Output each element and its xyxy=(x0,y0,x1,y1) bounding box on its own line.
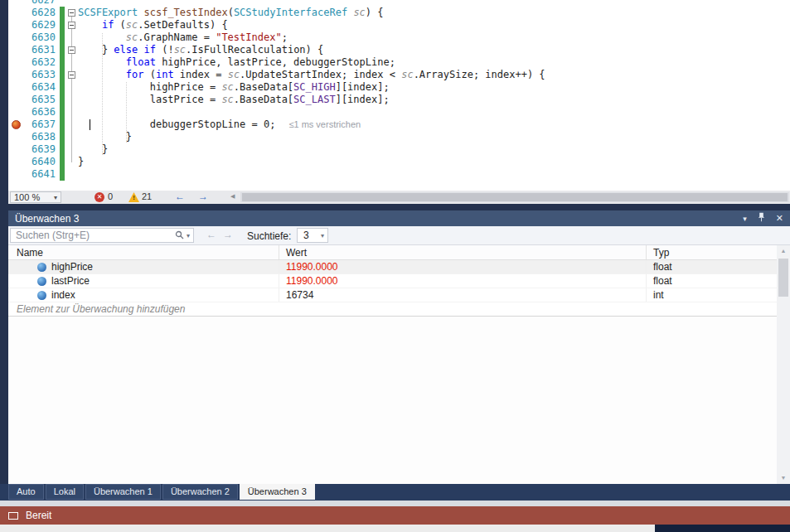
watch-window-titlebar[interactable]: Überwachen 3 ▾ ✕ xyxy=(8,210,790,226)
breakpoint-margin[interactable] xyxy=(8,31,23,44)
collapse-region-icon[interactable] xyxy=(68,46,75,54)
fold-margin[interactable] xyxy=(65,56,78,69)
breakpoint-margin[interactable] xyxy=(8,56,23,69)
code-line: 6628SCSFExport scsf_TestIndex(SCStudyInt… xyxy=(8,7,790,19)
code-text: float highPrice, lastPrice, debuggerStop… xyxy=(78,56,395,69)
panel-tab-lokal[interactable]: Lokal xyxy=(46,484,84,500)
search-back-icon[interactable]: ← xyxy=(206,229,216,240)
error-count[interactable]: 0 xyxy=(108,191,113,201)
breakpoint-margin[interactable] xyxy=(8,106,23,118)
search-icon[interactable] xyxy=(175,228,184,243)
search-box[interactable]: ▾ xyxy=(10,228,194,243)
code-token: sc xyxy=(126,19,138,31)
panel-splitter[interactable] xyxy=(8,204,790,210)
breakpoint-margin[interactable] xyxy=(8,143,23,156)
vertical-scrollbar-thumb[interactable] xyxy=(778,259,788,297)
breakpoint-margin[interactable] xyxy=(8,131,23,143)
error-icon[interactable]: ✕ xyxy=(95,192,104,202)
fold-margin[interactable] xyxy=(65,131,78,143)
watch-row[interactable]: index16734int xyxy=(8,288,790,302)
watch-name-cell[interactable]: highPrice xyxy=(8,260,279,273)
fold-margin[interactable] xyxy=(65,69,78,81)
watch-name-cell[interactable]: index xyxy=(8,288,279,302)
breakpoint-margin[interactable] xyxy=(8,0,23,7)
scroll-down-arrow-icon[interactable]: ▼ xyxy=(777,472,790,484)
fold-margin[interactable] xyxy=(65,106,78,118)
collapse-region-icon[interactable] xyxy=(68,22,75,29)
watch-type-cell: int xyxy=(647,288,777,302)
navigate-back-icon[interactable]: ← xyxy=(175,191,185,202)
code-token: sc xyxy=(221,81,233,93)
zoom-select[interactable]: 100 % ▾ xyxy=(10,191,61,203)
fold-margin[interactable] xyxy=(65,44,78,56)
breakpoint-margin[interactable] xyxy=(8,44,23,56)
watch-add-row[interactable]: Element zur Überwachung hinzufügen xyxy=(8,302,777,317)
scroll-up-arrow-icon[interactable]: ▲ xyxy=(777,245,790,257)
breakpoint-margin[interactable] xyxy=(8,168,23,181)
code-line: 6637 debuggerStopLine = 0;≤1 ms verstric… xyxy=(8,118,790,131)
window-menu-chevron-icon[interactable]: ▾ xyxy=(743,215,747,223)
breakpoint-margin[interactable] xyxy=(8,7,23,19)
search-forward-icon[interactable]: → xyxy=(223,229,233,240)
breakpoint-margin[interactable] xyxy=(8,118,23,131)
breakpoint-margin[interactable] xyxy=(8,69,23,81)
breakpoint-margin[interactable] xyxy=(8,94,23,106)
line-number: 6628 xyxy=(23,7,60,19)
watch-name-cell[interactable]: lastPrice xyxy=(8,274,279,288)
line-number: 6639 xyxy=(23,143,60,156)
search-options-chevron-icon[interactable]: ▾ xyxy=(187,232,190,239)
fold-margin[interactable] xyxy=(65,168,78,181)
watch-value-cell[interactable]: 11990.0000 xyxy=(279,260,647,273)
code-editor[interactable]: 66276628SCSFExport scsf_TestIndex(SCStud… xyxy=(8,0,790,191)
collapse-region-icon[interactable] xyxy=(68,9,75,17)
code-token: else xyxy=(114,44,138,56)
watch-value-cell[interactable]: 16734 xyxy=(279,288,647,302)
breakpoint-icon[interactable] xyxy=(12,120,21,129)
panel-tab-uberwachen-2[interactable]: Überwachen 2 xyxy=(162,484,238,500)
line-number: 6629 xyxy=(23,19,60,31)
panel-tab-auto[interactable]: Auto xyxy=(8,484,44,500)
code-token: SCSFExport xyxy=(78,7,138,18)
fold-margin[interactable] xyxy=(65,31,78,44)
navigate-forward-icon[interactable]: → xyxy=(198,191,208,202)
panel-tab-uberwachen-1[interactable]: Überwachen 1 xyxy=(85,484,161,500)
code-line: 6636 xyxy=(8,106,790,118)
breakpoint-margin[interactable] xyxy=(8,81,23,94)
fold-margin[interactable] xyxy=(65,156,78,168)
code-token: .IsFullRecalculation) { xyxy=(186,44,323,56)
variable-name: index xyxy=(51,289,75,301)
variable-name: highPrice xyxy=(51,261,93,273)
warning-count[interactable]: 21 xyxy=(142,191,152,201)
panel-tab-uberwachen-3[interactable]: Überwachen 3 xyxy=(240,484,315,500)
fold-margin[interactable] xyxy=(65,94,78,106)
column-header-value[interactable]: Wert xyxy=(279,245,647,259)
fold-margin[interactable] xyxy=(65,19,78,31)
code-token: .GraphName = xyxy=(138,31,216,43)
code-text: sc.GraphName = "TestIndex"; xyxy=(78,31,288,44)
close-icon[interactable]: ✕ xyxy=(776,213,783,224)
column-header-type[interactable]: Typ xyxy=(647,245,777,259)
column-header-name[interactable]: Name xyxy=(8,245,279,259)
search-input[interactable] xyxy=(16,230,175,241)
breakpoint-margin[interactable] xyxy=(8,19,23,31)
horizontal-scrollbar[interactable] xyxy=(240,192,789,202)
warning-icon[interactable] xyxy=(128,192,139,202)
code-token: sc xyxy=(126,31,138,43)
fold-margin[interactable] xyxy=(65,143,78,156)
vertical-scrollbar[interactable]: ▲ ▼ xyxy=(777,245,790,484)
watch-row[interactable]: lastPrice11990.0000float xyxy=(8,274,790,288)
horizontal-scrollbar-thumb[interactable] xyxy=(242,193,788,201)
breakpoint-margin[interactable] xyxy=(8,156,23,168)
watch-value-cell[interactable]: 11990.0000 xyxy=(279,274,647,288)
fold-margin[interactable] xyxy=(65,0,78,7)
pin-icon[interactable] xyxy=(758,212,765,225)
fold-margin[interactable] xyxy=(65,118,78,131)
collapse-region-icon[interactable] xyxy=(68,71,75,79)
code-token: "TestIndex" xyxy=(216,31,281,43)
hscroll-left-arrow-icon[interactable]: ◀ xyxy=(230,193,235,200)
watch-row[interactable]: highPrice11990.0000float xyxy=(8,260,790,274)
fold-margin[interactable] xyxy=(65,81,78,94)
fold-margin[interactable] xyxy=(65,7,78,19)
search-depth-select[interactable]: 3 ▾ xyxy=(297,228,328,243)
code-token xyxy=(78,69,126,80)
